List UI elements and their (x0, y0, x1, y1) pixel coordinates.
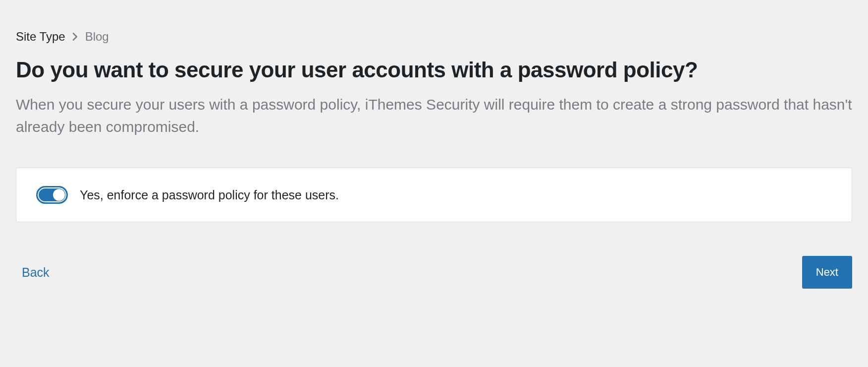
toggle-label: Yes, enforce a password policy for these… (80, 188, 339, 202)
actions-row: Back Next (16, 256, 852, 289)
toggle-knob (53, 189, 65, 201)
breadcrumb: Site Type Blog (16, 30, 852, 44)
breadcrumb-current: Blog (85, 30, 109, 44)
password-policy-option-card: Yes, enforce a password policy for these… (16, 168, 852, 222)
next-button[interactable]: Next (802, 256, 852, 289)
back-button[interactable]: Back (16, 261, 55, 284)
page-subtitle: When you secure your users with a passwo… (16, 93, 852, 138)
chevron-right-icon (72, 33, 78, 41)
password-policy-toggle[interactable] (36, 186, 68, 204)
breadcrumb-parent[interactable]: Site Type (16, 30, 65, 44)
page-title: Do you want to secure your user accounts… (16, 58, 852, 82)
